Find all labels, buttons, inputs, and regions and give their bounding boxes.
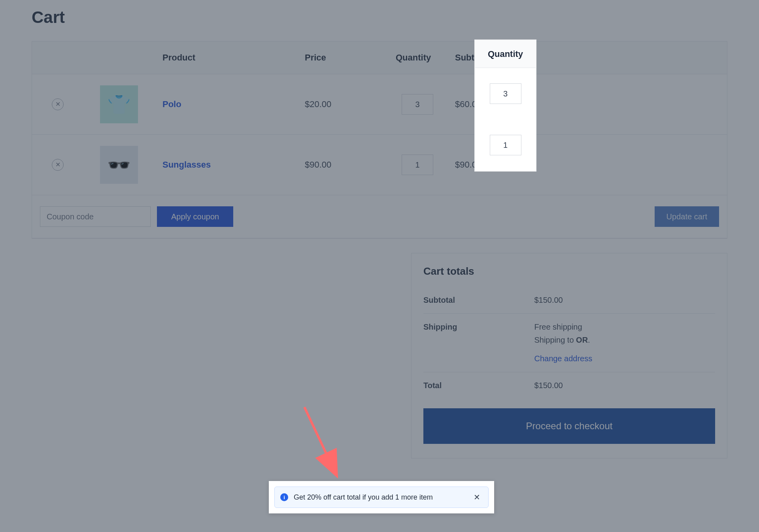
close-icon: ✕ <box>474 493 480 502</box>
item-price: $90.00 <box>297 135 388 195</box>
remove-item-button[interactable]: ✕ <box>52 98 64 110</box>
quantity-stepper[interactable] <box>490 83 521 104</box>
cart-actions-row: Apply coupon Update cart <box>32 195 727 238</box>
subtotal-label: Subtotal <box>423 296 534 305</box>
proceed-to-checkout-button[interactable]: Proceed to checkout <box>423 408 715 444</box>
remove-item-button[interactable]: ✕ <box>52 159 64 171</box>
column-header-price: Price <box>297 42 388 74</box>
product-thumbnail[interactable]: 👕 <box>100 85 138 123</box>
total-label: Total <box>423 381 534 390</box>
table-row: ✕ 🕶️ Sunglasses $90.00 $90.00 <box>32 135 727 195</box>
update-cart-button[interactable]: Update cart <box>655 206 719 227</box>
product-link[interactable]: Polo <box>162 99 181 109</box>
coupon-code-input[interactable] <box>40 206 151 227</box>
cart-totals-title: Cart totals <box>423 265 715 277</box>
subtotal-value: $150.00 <box>534 296 715 305</box>
change-address-link[interactable]: Change address <box>534 354 592 363</box>
page-title: Cart <box>32 8 727 27</box>
cart-totals-panel: Cart totals Subtotal $150.00 Shipping Fr… <box>411 253 727 458</box>
total-value: $150.00 <box>534 381 715 390</box>
cart-table-container: Product Price Quantity Subtotal ✕ 👕 <box>32 41 727 239</box>
quantity-column-highlight: Quantity <box>475 40 536 171</box>
quantity-stepper[interactable] <box>402 94 433 115</box>
quantity-stepper[interactable] <box>402 155 433 175</box>
column-header-product: Product <box>155 42 297 74</box>
item-price: $20.00 <box>297 74 388 135</box>
quantity-stepper[interactable] <box>490 135 521 155</box>
column-header-quantity: Quantity <box>475 40 536 68</box>
table-row: ✕ 👕 Polo $20.00 $60.00 <box>32 74 727 135</box>
promo-notice-text: Get 20% off cart total if you add 1 more… <box>294 493 466 502</box>
cart-page: Cart Product Price Quantity Subtotal ✕ <box>0 0 759 482</box>
shipping-destination: Shipping to OR. <box>534 336 715 345</box>
close-icon: ✕ <box>55 162 60 168</box>
cart-table: Product Price Quantity Subtotal ✕ 👕 <box>32 42 727 238</box>
product-link[interactable]: Sunglasses <box>162 160 211 170</box>
info-icon: i <box>280 493 288 501</box>
apply-coupon-button[interactable]: Apply coupon <box>157 206 233 227</box>
product-thumbnail[interactable]: 🕶️ <box>100 146 138 184</box>
dismiss-notice-button[interactable]: ✕ <box>471 492 483 503</box>
shipping-label: Shipping <box>423 323 534 332</box>
close-icon: ✕ <box>55 101 60 108</box>
shipping-method: Free shipping <box>534 323 715 332</box>
promo-notice: i Get 20% off cart total if you add 1 mo… <box>269 481 494 513</box>
column-header-quantity: Quantity <box>388 42 447 74</box>
